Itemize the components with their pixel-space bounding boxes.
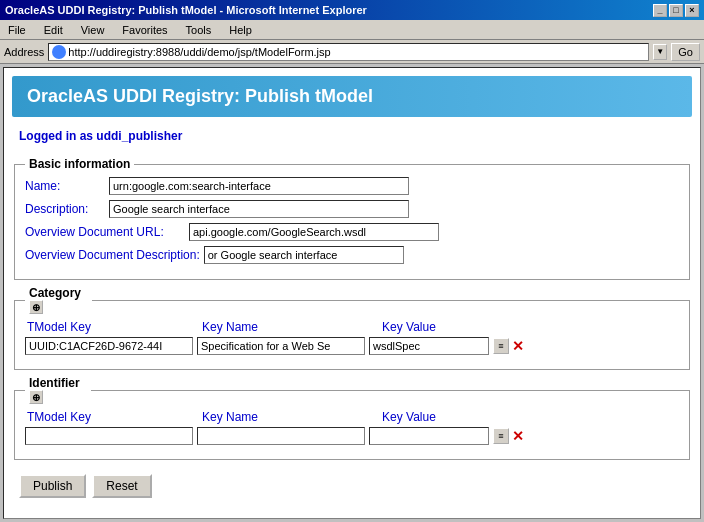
menu-tools[interactable]: Tools xyxy=(182,22,216,38)
doc-desc-input[interactable] xyxy=(204,246,404,264)
window-title: OracleAS UDDI Registry: Publish tModel -… xyxy=(5,4,367,16)
title-bar: OracleAS UDDI Registry: Publish tModel -… xyxy=(0,0,704,20)
menu-favorites[interactable]: Favorites xyxy=(118,22,171,38)
menu-edit[interactable]: Edit xyxy=(40,22,67,38)
menu-help[interactable]: Help xyxy=(225,22,256,38)
menu-bar: File Edit View Favorites Tools Help xyxy=(0,20,704,40)
cat-keyname-input[interactable] xyxy=(197,337,365,355)
name-label: Name: xyxy=(25,179,105,193)
category-row: ≡ ✕ xyxy=(25,337,679,355)
window-controls[interactable]: _ □ × xyxy=(653,4,699,17)
identifier-row-actions: ≡ ✕ xyxy=(493,428,524,444)
reset-button[interactable]: Reset xyxy=(92,474,151,498)
doc-desc-row: Overview Document Description: xyxy=(25,246,679,264)
name-row: Name: xyxy=(25,177,679,195)
identifier-add-icon[interactable]: ⊕ xyxy=(29,390,43,404)
cat-col-tmodel: TModel Key xyxy=(27,320,202,334)
identifier-row: ≡ ✕ xyxy=(25,427,679,445)
name-input[interactable] xyxy=(109,177,409,195)
desc-input[interactable] xyxy=(109,200,409,218)
identifier-section: Identifier ⊕ TModel Key Key Name Key Val… xyxy=(14,376,690,460)
url-label: Overview Document URL: xyxy=(25,225,185,239)
desc-row: Description: xyxy=(25,200,679,218)
close-button[interactable]: × xyxy=(685,4,699,17)
page-header: OracleAS UDDI Registry: Publish tModel xyxy=(12,76,692,117)
category-delete-icon[interactable]: ✕ xyxy=(512,338,524,354)
doc-desc-label: Overview Document Description: xyxy=(25,248,200,262)
publish-button[interactable]: Publish xyxy=(19,474,86,498)
button-row: Publish Reset xyxy=(4,466,700,506)
basic-info-section: Basic information Name: Description: Ove… xyxy=(14,157,690,280)
basic-info-legend: Basic information xyxy=(25,157,134,171)
go-button[interactable]: Go xyxy=(671,43,700,61)
id-col-keyvalue: Key Value xyxy=(382,410,522,424)
main-content: OracleAS UDDI Registry: Publish tModel L… xyxy=(3,67,701,519)
cat-col-keyvalue: Key Value xyxy=(382,320,522,334)
page-icon xyxy=(52,45,66,59)
menu-file[interactable]: File xyxy=(4,22,30,38)
category-headers: TModel Key Key Name Key Value xyxy=(25,320,679,334)
cat-tmodel-input[interactable] xyxy=(25,337,193,355)
cat-keyvalue-input[interactable] xyxy=(369,337,489,355)
id-tmodel-input[interactable] xyxy=(25,427,193,445)
category-detail-icon[interactable]: ≡ xyxy=(493,338,509,354)
category-section: Category ⊕ TModel Key Key Name Key Value… xyxy=(14,286,690,370)
address-bar: Address http://uddiregistry:8988/uddi/de… xyxy=(0,40,704,64)
identifier-detail-icon[interactable]: ≡ xyxy=(493,428,509,444)
url-row: Overview Document URL: xyxy=(25,223,679,241)
cat-col-keyname: Key Name xyxy=(202,320,382,334)
category-legend: Category ⊕ xyxy=(25,286,92,314)
address-label: Address xyxy=(4,46,44,58)
minimize-button[interactable]: _ xyxy=(653,4,667,17)
address-input-wrap[interactable]: http://uddiregistry:8988/uddi/demo/jsp/t… xyxy=(48,43,649,61)
id-keyname-input[interactable] xyxy=(197,427,365,445)
address-dropdown[interactable]: ▼ xyxy=(653,44,667,60)
category-row-actions: ≡ ✕ xyxy=(493,338,524,354)
address-url: http://uddiregistry:8988/uddi/demo/jsp/t… xyxy=(68,46,645,58)
menu-view[interactable]: View xyxy=(77,22,109,38)
id-keyvalue-input[interactable] xyxy=(369,427,489,445)
desc-label: Description: xyxy=(25,202,105,216)
logged-in-text: Logged in as uddi_publisher xyxy=(4,125,700,151)
identifier-headers: TModel Key Key Name Key Value xyxy=(25,410,679,424)
category-add-icon[interactable]: ⊕ xyxy=(29,300,43,314)
identifier-legend: Identifier ⊕ xyxy=(25,376,91,404)
url-input[interactable] xyxy=(189,223,439,241)
maximize-button[interactable]: □ xyxy=(669,4,683,17)
id-col-keyname: Key Name xyxy=(202,410,382,424)
identifier-delete-icon[interactable]: ✕ xyxy=(512,428,524,444)
id-col-tmodel: TModel Key xyxy=(27,410,202,424)
